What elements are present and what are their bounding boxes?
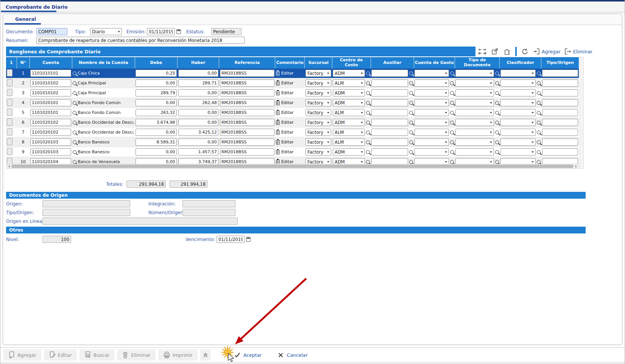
resumen-input[interactable] xyxy=(36,37,245,44)
centro-costo-select[interactable]: ADM xyxy=(333,119,365,126)
haber-input[interactable] xyxy=(178,119,218,126)
tipo-origen-input[interactable] xyxy=(542,148,578,156)
search-icon[interactable] xyxy=(366,131,370,134)
search-icon[interactable] xyxy=(409,121,413,124)
search-icon[interactable] xyxy=(409,81,413,85)
centro-costo-select[interactable]: ALM xyxy=(333,109,365,116)
tab-general[interactable]: General xyxy=(15,16,36,22)
clasificador-select[interactable] xyxy=(500,129,536,136)
module-tab-comprobante[interactable]: Comprobante de Diario xyxy=(6,4,67,10)
clasificador-select[interactable] xyxy=(500,109,536,116)
scroll-left-arrow[interactable] xyxy=(6,164,11,168)
centro-costo-select[interactable]: ADM xyxy=(333,99,365,106)
sucursal-select[interactable]: Factory xyxy=(305,109,331,116)
auxiliar-input[interactable] xyxy=(371,89,408,96)
clasificador-select[interactable] xyxy=(500,79,536,87)
tipo-documento-select[interactable] xyxy=(455,129,494,136)
centro-costo-select[interactable]: ADM xyxy=(333,148,365,156)
debe-input[interactable] xyxy=(136,148,176,156)
scroll-right-arrow[interactable] xyxy=(574,164,578,168)
sucursal-select[interactable]: Factory xyxy=(305,99,331,106)
referencia-input[interactable] xyxy=(220,138,274,146)
plugin-icon[interactable] xyxy=(503,47,512,56)
grid-vertical-scrollbar[interactable] xyxy=(580,57,584,169)
grid-agregar-button[interactable]: Agregar xyxy=(533,48,561,55)
search-icon[interactable] xyxy=(73,91,76,95)
row-selector-button[interactable] xyxy=(7,79,12,86)
search-icon[interactable] xyxy=(366,140,370,144)
row-selector-button[interactable] xyxy=(7,118,12,126)
auxiliar-input[interactable] xyxy=(371,148,408,156)
haber-input[interactable] xyxy=(178,109,218,116)
cuenta-gasto-select[interactable] xyxy=(415,119,449,126)
debe-input[interactable] xyxy=(136,79,176,87)
debe-input[interactable] xyxy=(136,129,176,136)
auxiliar-input[interactable] xyxy=(371,129,408,136)
tipo-documento-select[interactable] xyxy=(455,119,494,126)
tipo-documento-select[interactable] xyxy=(455,148,494,156)
search-icon[interactable] xyxy=(450,150,454,154)
search-icon[interactable] xyxy=(450,72,454,75)
centro-costo-select[interactable]: ADM xyxy=(333,70,365,77)
cuenta-input[interactable] xyxy=(30,148,71,156)
search-icon[interactable] xyxy=(495,140,499,144)
collapse-toolbar-button[interactable] xyxy=(200,349,211,361)
search-icon[interactable] xyxy=(450,160,454,164)
tipo-documento-select[interactable] xyxy=(455,138,494,146)
editar-row-button[interactable]: Editar xyxy=(276,71,304,76)
sucursal-select[interactable]: Factory xyxy=(305,89,331,96)
referencia-input[interactable] xyxy=(220,129,274,136)
editar-row-button[interactable]: Editar xyxy=(276,90,304,95)
search-icon[interactable] xyxy=(73,81,76,85)
search-icon[interactable] xyxy=(366,72,370,75)
auxiliar-input[interactable] xyxy=(371,119,408,126)
search-icon[interactable] xyxy=(409,72,413,75)
search-icon[interactable] xyxy=(537,160,541,164)
debe-input[interactable] xyxy=(136,109,176,116)
search-icon[interactable] xyxy=(537,140,541,144)
search-icon[interactable] xyxy=(537,121,541,124)
aceptar-button[interactable]: Aceptar xyxy=(232,349,264,361)
sucursal-select[interactable]: Factory xyxy=(305,138,331,146)
debe-input[interactable] xyxy=(136,138,176,146)
clasificador-select[interactable] xyxy=(500,148,536,156)
auxiliar-input[interactable] xyxy=(371,109,408,116)
tipo-origen-input[interactable] xyxy=(542,129,578,136)
calendar-icon[interactable] xyxy=(176,29,181,34)
search-icon[interactable] xyxy=(537,150,541,154)
search-icon[interactable] xyxy=(409,131,413,134)
search-icon[interactable] xyxy=(409,160,413,164)
table-row[interactable]: 4 Banco Fondo Común Editar F xyxy=(6,98,579,108)
haber-input[interactable] xyxy=(178,89,218,96)
search-icon[interactable] xyxy=(73,131,76,134)
tipo-origen-input[interactable] xyxy=(542,109,578,116)
table-row[interactable]: 5 Banco Fondo Común Editar F xyxy=(6,108,579,118)
table-row[interactable]: 8 Banco Banesco Editar Facto xyxy=(6,137,579,147)
haber-input[interactable] xyxy=(178,148,218,156)
tipo-select[interactable]: Diario xyxy=(90,28,122,35)
editar-row-button[interactable]: Editar xyxy=(276,130,304,135)
tipo-origen-input[interactable] xyxy=(542,99,578,106)
search-icon[interactable] xyxy=(537,101,541,105)
debe-input[interactable] xyxy=(136,119,176,126)
tipo-origen-input[interactable] xyxy=(542,70,578,77)
footer-agregar-button[interactable]: Agregar xyxy=(3,349,41,361)
search-icon[interactable] xyxy=(73,121,76,124)
table-row[interactable]: 2 Caja Principal Editar Fact xyxy=(6,78,579,88)
clasificador-select[interactable] xyxy=(500,89,536,96)
cuenta-gasto-select[interactable] xyxy=(415,109,449,116)
haber-input[interactable] xyxy=(178,138,218,146)
referencia-input[interactable] xyxy=(220,148,274,156)
footer-buscar-button[interactable]: Buscar xyxy=(79,349,115,361)
row-selector-button[interactable] xyxy=(7,109,12,116)
editar-row-button[interactable]: Editar xyxy=(276,120,304,125)
sucursal-select[interactable]: Factory xyxy=(305,148,331,156)
search-icon[interactable] xyxy=(495,111,499,115)
search-icon[interactable] xyxy=(409,101,413,105)
tipo-documento-select[interactable] xyxy=(455,70,494,77)
centro-costo-select[interactable]: ADM xyxy=(333,89,365,96)
emision-input[interactable] xyxy=(147,28,175,35)
centro-costo-select[interactable]: ALM xyxy=(333,79,365,87)
search-icon[interactable] xyxy=(495,150,499,154)
tipo-origen-input[interactable] xyxy=(542,89,578,96)
